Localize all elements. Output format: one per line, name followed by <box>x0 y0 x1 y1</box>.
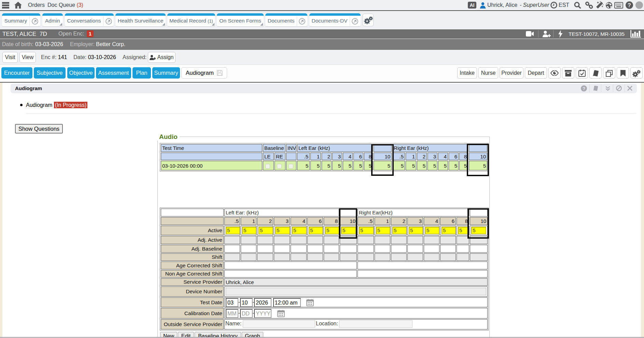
svg-text:?: ? <box>583 86 585 91</box>
svg-text:?: ? <box>628 2 631 8</box>
